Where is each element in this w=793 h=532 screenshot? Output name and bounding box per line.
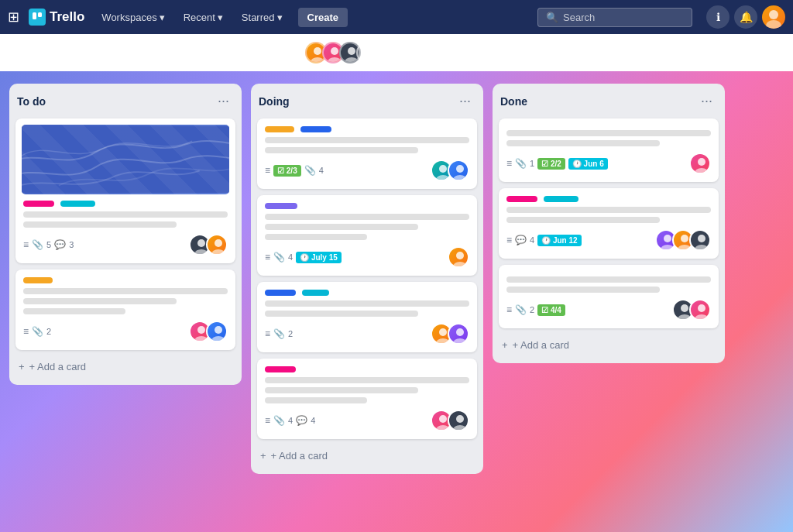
- label-teal: [544, 196, 578, 202]
- svg-point-9: [345, 57, 359, 63]
- member-avatars: +3: [305, 42, 378, 63]
- svg-rect-1: [38, 12, 42, 17]
- card-labels-2: [23, 277, 228, 283]
- view-board-button[interactable]: ⊞ Board ▾: [36, 43, 102, 61]
- card-done-2[interactable]: ≡ 💬 4 🕐 Jun 12: [499, 188, 719, 259]
- card-avatars-2: [189, 321, 228, 342]
- card-doing-3[interactable]: ≡ 📎 2: [257, 282, 477, 352]
- attachment-icon: 📎: [515, 304, 527, 315]
- checklist-badge: ☑ 2/3: [273, 165, 301, 177]
- card-labels-8: [506, 196, 711, 202]
- create-button[interactable]: Create: [298, 8, 348, 27]
- attachment-icon: 📎: [273, 328, 285, 339]
- label-blue: [300, 126, 331, 132]
- user-avatar[interactable]: [762, 5, 785, 29]
- card-banner-1: [22, 125, 229, 194]
- invite-button[interactable]: Invite: [386, 43, 431, 62]
- svg-point-42: [678, 314, 692, 321]
- add-card-todo[interactable]: + + Add a card: [15, 356, 235, 377]
- card-doing-1[interactable]: ≡ ☑ 2/3 📎 4: [257, 118, 477, 189]
- list-icon: ≡: [265, 415, 270, 426]
- info-button[interactable]: ℹ: [706, 5, 729, 29]
- comment-icon: 💬: [515, 235, 527, 245]
- svg-point-28: [453, 338, 467, 345]
- list-icon: ≡: [23, 326, 29, 337]
- svg-point-5: [311, 57, 324, 63]
- grid-icon[interactable]: ⊞: [8, 9, 19, 26]
- board-title: Team board: [113, 44, 191, 60]
- card-text-11: [265, 300, 469, 307]
- svg-point-43: [698, 304, 705, 312]
- card-todo-1[interactable]: ≡ 📎 5 💬 3: [15, 118, 235, 263]
- add-card-done[interactable]: + + Add a card: [499, 335, 719, 355]
- svg-point-14: [211, 249, 225, 256]
- svg-point-8: [348, 47, 355, 55]
- card-todo-2[interactable]: ≡ 📎 2: [15, 269, 235, 350]
- more-options-button[interactable]: ···: [758, 43, 784, 63]
- due-date-badge: 🕐 July 15: [296, 252, 342, 263]
- add-card-doing[interactable]: + + Add a card: [257, 445, 477, 466]
- nav-icons: ℹ 🔔: [706, 5, 785, 29]
- card-text-9: [265, 224, 418, 230]
- workspaces-menu[interactable]: Workspaces ▾: [95, 9, 170, 26]
- card-text-12: [265, 311, 418, 317]
- column-doing: Doing ··· ≡ ☑ 2/3 📎 4: [251, 84, 483, 474]
- svg-point-11: [197, 239, 205, 247]
- column-menu-done[interactable]: ···: [696, 91, 717, 111]
- plus-icon: +: [260, 450, 266, 462]
- svg-point-22: [453, 175, 467, 181]
- svg-point-21: [456, 165, 464, 173]
- member-count[interactable]: +3: [356, 42, 378, 63]
- workspace-chip[interactable]: Acme, Inc.: [234, 43, 297, 61]
- attachment-icon: 📎: [32, 326, 43, 337]
- trello-logo[interactable]: Trello: [29, 9, 84, 26]
- chevron-down-icon: ▾: [277, 12, 283, 23]
- card-labels-3: [265, 126, 469, 132]
- label-pink: [506, 196, 537, 202]
- svg-point-20: [436, 175, 450, 181]
- sidebar-toggle-button[interactable]: ◀: [9, 43, 28, 62]
- card-doing-2[interactable]: ≡ 📎 4 🕐 July 15: [257, 195, 477, 276]
- svg-point-35: [664, 235, 671, 242]
- column-title-done: Done: [500, 95, 527, 108]
- card-meta-6: ≡ 📎 4 💬 4: [265, 415, 426, 426]
- app-layout: ⊞ Trello Workspaces ▾ Recent ▾ Starred ▾…: [0, 0, 793, 532]
- column-menu-todo[interactable]: ···: [213, 91, 234, 111]
- card-text-2: [23, 221, 177, 228]
- card-footer-4: ≡ 📎 4 🕐 July 15: [265, 246, 469, 268]
- notification-button[interactable]: 🔔: [734, 5, 757, 29]
- card-labels-5: [265, 290, 469, 296]
- label-yellow: [23, 277, 53, 283]
- avatar-purple: [448, 323, 469, 345]
- recent-menu[interactable]: Recent ▾: [177, 9, 229, 26]
- svg-point-30: [436, 425, 450, 431]
- card-text-3: [23, 288, 228, 294]
- column-menu-doing[interactable]: ···: [455, 91, 475, 111]
- card-meta-7: ≡ 📎 1 ☑ 2/2 🕐 Jun 6: [506, 158, 685, 170]
- card-doing-4[interactable]: ≡ 📎 4 💬 4: [257, 359, 477, 439]
- chevron-down-icon: ▾: [160, 12, 165, 23]
- list-icon: ≡: [506, 158, 512, 169]
- column-header-todo: To do ···: [15, 91, 235, 111]
- avatar-blue: [448, 160, 469, 181]
- star-button[interactable]: ☆: [201, 46, 211, 60]
- card-text-21: [506, 287, 660, 293]
- column-header-done: Done ···: [499, 91, 719, 111]
- svg-point-27: [456, 328, 464, 336]
- list-icon: ≡: [265, 328, 270, 339]
- card-done-3[interactable]: ≡ 📎 2 ☑ 4/4: [499, 265, 719, 328]
- svg-point-29: [439, 415, 447, 423]
- starred-menu[interactable]: Starred ▾: [235, 9, 289, 26]
- checklist-badge: ☑ 4/4: [537, 304, 565, 316]
- search-bar[interactable]: 🔍 Search: [537, 8, 692, 27]
- chevron-down-icon: ▾: [89, 46, 94, 58]
- card-text-10: [265, 234, 367, 240]
- svg-point-15: [197, 326, 205, 334]
- card-text-5: [23, 308, 125, 314]
- avatar-pink: [689, 153, 711, 174]
- card-avatars-3: [431, 160, 469, 181]
- card-meta-8: ≡ 💬 4 🕐 Jun 12: [506, 235, 651, 246]
- card-done-1[interactable]: ≡ 📎 1 ☑ 2/2 🕐 Jun 6: [499, 118, 719, 182]
- attachment-count: 4: [288, 252, 293, 262]
- card-text-1: [23, 211, 228, 218]
